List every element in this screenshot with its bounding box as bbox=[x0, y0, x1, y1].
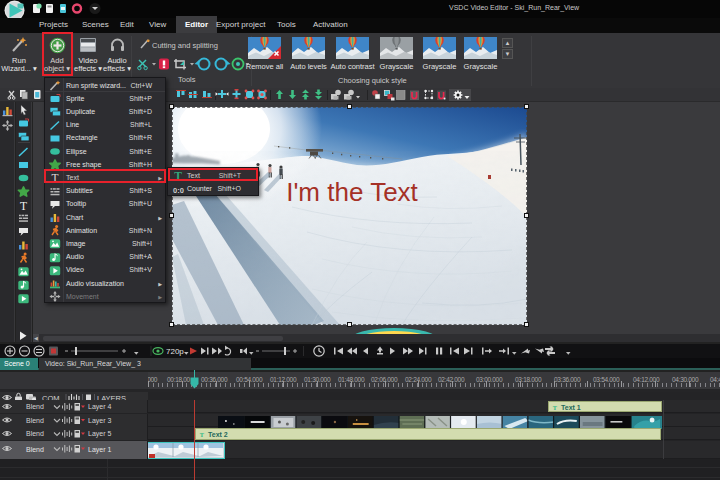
svg-text:720p: 720p bbox=[166, 347, 184, 356]
